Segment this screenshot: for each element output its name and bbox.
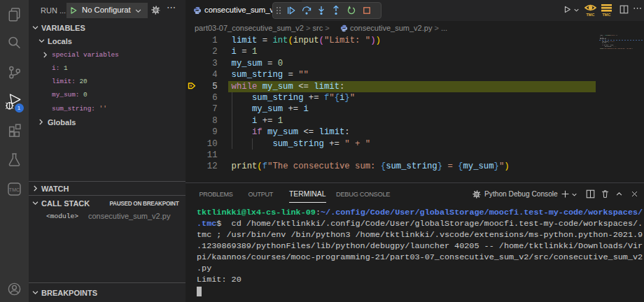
svg-text:TMC: TMC bbox=[602, 13, 610, 17]
svg-text:TMC: TMC bbox=[586, 13, 594, 17]
svg-text:TMC: TMC bbox=[9, 187, 20, 193]
